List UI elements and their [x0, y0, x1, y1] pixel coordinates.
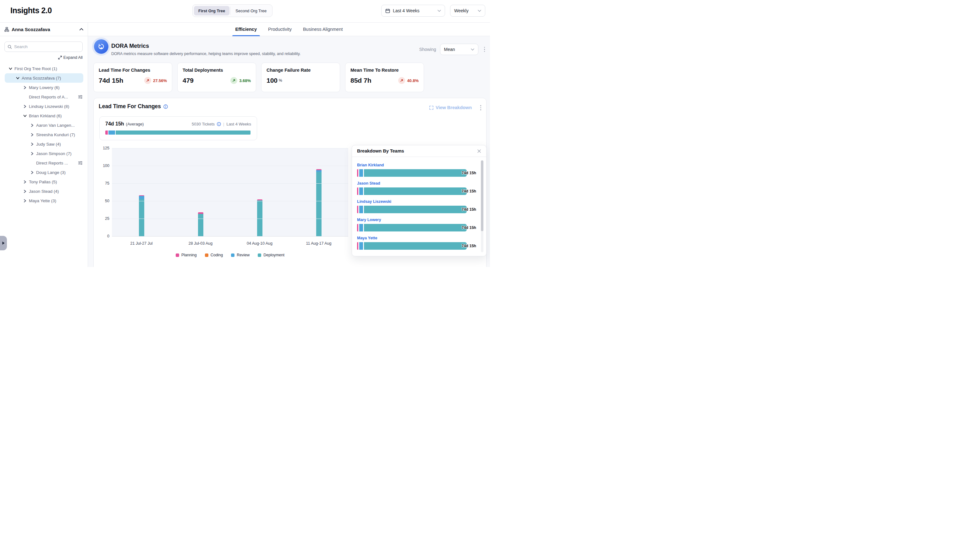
- chart-menu-kebab-icon[interactable]: [478, 104, 484, 112]
- legend-swatch-planning: [176, 253, 179, 257]
- metric-value: 74d 15h: [99, 77, 123, 84]
- tree-item-aaron-van-langen[interactable]: Aaron Van Langen...: [5, 120, 83, 130]
- info-icon[interactable]: [217, 122, 221, 126]
- chevron-right-icon[interactable]: [30, 171, 34, 174]
- y-axis-tick-50: 50: [96, 199, 110, 203]
- x-axis-label-3: 04 Aug-10 Aug: [230, 241, 289, 245]
- sidebar: Anna Scozzafava Expand All First Org Tre…: [0, 22, 88, 267]
- stacked-bar-1[interactable]: [139, 148, 144, 236]
- tree-item-mary-lowery[interactable]: Mary Lowery (6): [5, 83, 83, 92]
- tree-item-direct-reports[interactable]: Direct Reports ...: [5, 158, 83, 167]
- tree-item-first-org-tree-root[interactable]: First Org Tree Root (1): [5, 64, 83, 73]
- filter-sliders-icon[interactable]: [78, 161, 83, 165]
- chevron-right-icon[interactable]: [23, 86, 27, 89]
- tree-item-brian-kirkland[interactable]: Brian Kirkland (6): [5, 111, 83, 120]
- sidebar-expand-handle[interactable]: [0, 236, 7, 250]
- team-name-link[interactable]: Jason Stead: [357, 181, 380, 185]
- chevron-down-icon: [438, 10, 441, 12]
- team-name-link[interactable]: Brian Kirkland: [357, 163, 384, 167]
- team-name-link[interactable]: Maya Yette: [357, 236, 377, 240]
- lead-time-chart: [112, 148, 348, 236]
- tree-item-sireesha-kunduri[interactable]: Sireesha Kunduri (7): [5, 130, 83, 139]
- expand-all-button[interactable]: Expand All: [58, 55, 83, 60]
- metric-delta-badge: 40.8%: [398, 77, 418, 84]
- team-bar-segment-review: [359, 206, 363, 213]
- tree-item-direct-reports-of-a[interactable]: Direct Reports of A...: [5, 92, 83, 102]
- legend-item-review: Review: [231, 253, 250, 257]
- tree-item-lindsay-liszewski[interactable]: Lindsay Liszewski (8): [5, 102, 83, 111]
- tab-efficiency[interactable]: Efficiency: [235, 22, 257, 36]
- team-bar-segment-review: [359, 242, 363, 250]
- stacked-bar-4[interactable]: [316, 148, 321, 236]
- tree-item-jason-stead[interactable]: Jason Stead (4): [5, 187, 83, 196]
- tree-item-label: Doug Lange (3): [36, 170, 66, 175]
- tab-productivity[interactable]: Productivity: [268, 22, 292, 36]
- x-axis-label-4: 11 Aug-17 Aug: [289, 241, 348, 245]
- team-bar-segment-review: [359, 169, 363, 177]
- chevron-right-icon[interactable]: [23, 190, 27, 193]
- chevron-right-icon[interactable]: [23, 199, 27, 202]
- tab-business-alignment[interactable]: Business Alignment: [303, 22, 343, 36]
- tree-item-anna-scozzafava[interactable]: Anna Scozzafava (7): [5, 73, 83, 83]
- search-icon: [8, 45, 12, 49]
- dora-menu-kebab-icon[interactable]: [482, 46, 487, 53]
- average-bar-segment-review: [108, 131, 115, 135]
- stacked-bar-3[interactable]: [257, 148, 262, 236]
- gridline-125: [112, 148, 348, 148]
- chevron-right-icon[interactable]: [23, 105, 27, 108]
- legend-item-planning: Planning: [176, 253, 197, 257]
- panel-scrollbar-thumb[interactable]: [481, 160, 484, 231]
- showing-label: Showing: [419, 47, 436, 52]
- team-value-label: 74d 15h: [461, 225, 476, 230]
- chevron-down-icon[interactable]: [8, 67, 12, 70]
- chevron-right-icon[interactable]: [23, 180, 27, 184]
- team-name-link[interactable]: Lindsay Liszewski: [357, 199, 391, 204]
- metric-title: Total Deployments: [183, 68, 251, 73]
- tree-item-doug-lange[interactable]: Doug Lange (3): [5, 167, 83, 177]
- search-input[interactable]: [14, 45, 80, 49]
- tree-item-judy-saw[interactable]: Judy Saw (4): [5, 139, 83, 149]
- gridline-100: [112, 166, 348, 166]
- view-breakdown-button[interactable]: View Breakdown: [430, 105, 472, 110]
- chevron-right-icon[interactable]: [30, 124, 34, 127]
- team-name-link[interactable]: Mary Lowery: [357, 218, 381, 222]
- chevron-right-icon[interactable]: [30, 152, 34, 155]
- sidebar-search[interactable]: [5, 41, 83, 52]
- granularity-select[interactable]: Weekly: [450, 5, 485, 17]
- toggle-first-org-tree[interactable]: First Org Tree: [194, 6, 229, 15]
- tree-item-maya-yette[interactable]: Maya Yette (3): [5, 196, 83, 206]
- close-icon[interactable]: [476, 148, 482, 155]
- expand-all-icon: [58, 56, 62, 59]
- team-row: Jason Stead74d 15h: [357, 180, 477, 195]
- collapse-chevron-up-icon[interactable]: [80, 28, 83, 30]
- chevron-right-icon[interactable]: [30, 142, 34, 146]
- legend-label: Coding: [211, 253, 223, 257]
- legend-swatch-coding: [205, 253, 208, 257]
- tree-item-tony-pallas[interactable]: Tony Pallas (5): [5, 177, 83, 187]
- tree-item-label: First Org Tree Root (1): [14, 66, 57, 71]
- gridline-25: [112, 218, 348, 219]
- bar-segment-deployment: [316, 172, 321, 236]
- team-bar-segment-review: [359, 224, 363, 231]
- toggle-second-org-tree[interactable]: Second Org Tree: [231, 6, 271, 15]
- metric-title: Change Failure Rate: [267, 68, 335, 73]
- chevron-down-icon: [471, 48, 474, 51]
- metric-value: 479: [183, 77, 194, 84]
- trend-up-icon: [398, 77, 405, 84]
- chevron-right-icon[interactable]: [30, 133, 34, 137]
- showing-controls: Showing Mean: [419, 44, 487, 55]
- filter-sliders-icon[interactable]: [78, 95, 83, 99]
- metric-cards-row: Lead Time For Changes 74d 15h 27.56% Tot…: [93, 62, 424, 92]
- chevron-down-icon[interactable]: [23, 115, 27, 117]
- stacked-bar-2[interactable]: [198, 148, 204, 236]
- showing-select[interactable]: Mean: [440, 44, 478, 55]
- team-row: Lindsay Liszewski74d 15h: [357, 198, 477, 213]
- chevron-down-icon[interactable]: [16, 77, 19, 80]
- tree-item-jason-simpson[interactable]: Jason Simpson (7): [5, 149, 83, 158]
- team-value-label: 74d 15h: [461, 171, 476, 175]
- gridline-75: [112, 183, 348, 184]
- metric-delta-badge: 27.56%: [144, 77, 167, 84]
- date-range-select[interactable]: Last 4 Weeks: [381, 5, 445, 17]
- y-axis-tick-25: 25: [96, 216, 110, 221]
- info-icon[interactable]: [164, 104, 168, 109]
